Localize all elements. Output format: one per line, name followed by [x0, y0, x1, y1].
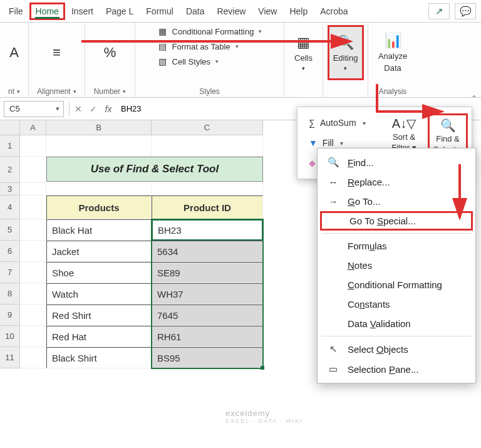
row-head-4[interactable]: 4 — [0, 195, 20, 219]
cell-product[interactable]: Shoe — [46, 262, 152, 283]
cell[interactable] — [152, 135, 263, 157]
tab-insert[interactable]: Insert — [65, 3, 100, 20]
collapse-ribbon-icon[interactable]: ⌃ — [471, 94, 477, 103]
menu-select-objects[interactable]: ↖Select Objects — [318, 339, 475, 359]
cell[interactable] — [46, 183, 152, 195]
header-products[interactable]: Products — [46, 195, 152, 219]
row-head-5[interactable]: 5 — [0, 219, 20, 241]
sigma-icon: ∑ — [309, 118, 315, 128]
menu-constants[interactable]: Constants — [318, 294, 475, 314]
fill-down-icon: ▼ — [309, 138, 318, 148]
cell[interactable] — [20, 157, 46, 183]
cell-product-id[interactable]: BS95 — [152, 347, 263, 368]
menu-separator — [321, 233, 472, 234]
eraser-icon: ◆ — [309, 158, 316, 168]
tab-formulas[interactable]: Formul — [140, 3, 180, 20]
row-head-10[interactable]: 10 — [0, 326, 20, 347]
cell[interactable] — [20, 195, 46, 219]
row-head-9[interactable]: 9 — [0, 305, 20, 326]
cell-product-id[interactable]: 7645 — [152, 305, 263, 326]
editing-button[interactable]: 🔍Editing▾ — [328, 25, 364, 80]
font-color-icon: A — [9, 44, 19, 61]
cell-product-id[interactable]: RH61 — [152, 326, 263, 347]
ribbon-tabs: File Home Insert Page L Formul Data Revi… — [0, 0, 481, 23]
find-select-menu: 🔍Find... ↔Replace... →Go To... Go To Spe… — [317, 148, 476, 383]
row-head-2[interactable]: 2 — [0, 157, 20, 183]
menu-data-validation[interactable]: Data Validation — [318, 314, 475, 333]
cell-product[interactable]: Jacket — [46, 241, 152, 262]
cell-product[interactable]: Black Shirt — [46, 347, 152, 368]
cell-product[interactable]: Red Shirt — [46, 305, 152, 326]
cells-button[interactable]: ▦Cells▾ — [286, 25, 322, 80]
menu-notes[interactable]: Notes — [318, 256, 475, 275]
tab-acrobat[interactable]: Acroba — [314, 3, 354, 20]
menu-goto-special[interactable]: Go To Special... — [320, 211, 473, 231]
analyze-data-button[interactable]: 📊AnalyzeData — [375, 25, 411, 80]
cell[interactable] — [46, 135, 152, 157]
cell-product-id[interactable]: SE89 — [152, 262, 263, 283]
name-box[interactable]: C5 — [4, 101, 64, 117]
cell-product-id-active[interactable]: BH23 — [152, 219, 263, 241]
fx-icon[interactable]: fx — [101, 104, 116, 114]
cell-product-id[interactable]: 5634 — [152, 241, 263, 262]
row-head-1[interactable]: 1 — [0, 135, 20, 157]
cell[interactable] — [20, 326, 46, 347]
menu-find[interactable]: 🔍Find... — [318, 152, 475, 172]
menu-cond-fmt[interactable]: Conditional Formatting — [318, 275, 475, 294]
tab-help[interactable]: Help — [283, 3, 314, 20]
pane-icon: ▭ — [328, 363, 339, 375]
comments-button[interactable]: 💬 — [455, 3, 476, 19]
menu-formulas[interactable]: Formulas — [318, 236, 475, 256]
row-head-3[interactable]: 3 — [0, 183, 20, 195]
annotation-arrow — [375, 84, 450, 123]
pointer-icon: ↖ — [328, 343, 339, 355]
col-head-B[interactable]: B — [46, 120, 152, 135]
row-head-6[interactable]: 6 — [0, 241, 20, 262]
cell[interactable] — [20, 183, 46, 195]
font-group-button[interactable]: A — [3, 25, 26, 80]
menu-separator — [321, 336, 472, 336]
cell[interactable] — [20, 283, 46, 305]
align-icon: ≡ — [53, 44, 61, 61]
cell-styles-button[interactable]: ▧Cell Styles▾ — [155, 55, 265, 68]
tab-file[interactable]: File — [3, 3, 29, 20]
alignment-button[interactable]: ≡ — [39, 25, 75, 80]
col-head-C[interactable]: C — [152, 120, 263, 135]
share-button[interactable]: ↗ — [428, 3, 450, 19]
font-group-label: nt — [8, 87, 14, 96]
number-button[interactable]: % — [92, 25, 128, 80]
cell[interactable] — [20, 347, 46, 368]
cell[interactable] — [20, 219, 46, 241]
tab-page-layout[interactable]: Page L — [100, 3, 140, 20]
tab-home[interactable]: Home — [29, 3, 65, 20]
cell-product[interactable]: Watch — [46, 283, 152, 305]
cancel-formula-button[interactable]: ✕ — [71, 104, 86, 114]
cell[interactable] — [20, 241, 46, 262]
autosum-button[interactable]: ∑AutoSum▾ — [301, 113, 380, 132]
replace-icon: ↔ — [328, 177, 339, 187]
tab-view[interactable]: View — [252, 3, 283, 20]
find-icon: 🔍 — [328, 157, 339, 168]
goto-icon: → — [328, 196, 339, 207]
col-head-A[interactable]: A — [20, 120, 46, 135]
row-head-7[interactable]: 7 — [0, 262, 20, 283]
menu-replace[interactable]: ↔Replace... — [318, 172, 475, 192]
tab-review[interactable]: Review — [210, 3, 252, 20]
enter-formula-button[interactable]: ✓ — [86, 104, 101, 114]
styles-label: Styles — [199, 87, 220, 96]
cell[interactable] — [20, 262, 46, 283]
cell-product[interactable]: Black Hat — [46, 219, 152, 241]
row-head-8[interactable]: 8 — [0, 283, 20, 305]
cell-product[interactable]: Red Hat — [46, 326, 152, 347]
row-head-11[interactable]: 11 — [0, 347, 20, 368]
cell[interactable] — [20, 305, 46, 326]
title-cell[interactable]: Use of Find & Select Tool — [46, 157, 263, 182]
menu-selection-pane[interactable]: ▭Selection Pane... — [318, 359, 475, 379]
tab-data[interactable]: Data — [180, 3, 211, 20]
cell-product-id[interactable]: WH37 — [152, 283, 263, 305]
cell[interactable] — [20, 135, 46, 157]
header-product-id[interactable]: Product ID — [152, 195, 263, 219]
menu-goto[interactable]: →Go To... — [318, 192, 475, 211]
select-all-corner[interactable] — [0, 120, 20, 135]
cell[interactable] — [152, 183, 263, 195]
